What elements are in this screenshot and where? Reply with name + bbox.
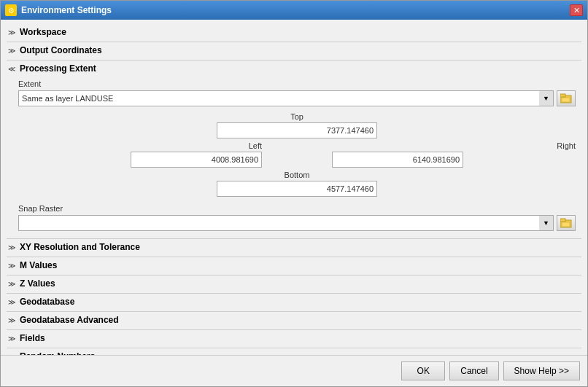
section-geodatabase[interactable]: ≫ Geodatabase bbox=[7, 293, 581, 310]
chevron-processing-icon: ≪ bbox=[8, 65, 17, 73]
scroll-area[interactable]: ≫ Workspace ≫ Output Coordinates ≪ Proce… bbox=[1, 20, 587, 355]
ok-button[interactable]: OK bbox=[401, 361, 445, 380]
snap-raster-input[interactable] bbox=[18, 215, 554, 231]
section-xy-resolution[interactable]: ≫ XY Resolution and Tolerance bbox=[7, 238, 581, 255]
section-geo-label: Geodatabase bbox=[20, 297, 74, 307]
section-z-values[interactable]: ≫ Z Values bbox=[7, 275, 581, 292]
environment-settings-window: ⚙ Environment Settings ✕ ≫ Workspace ≫ O… bbox=[0, 0, 588, 387]
left-input[interactable] bbox=[131, 152, 262, 168]
section-workspace[interactable]: ≫ Workspace bbox=[7, 24, 581, 40]
window-title: Environment Settings bbox=[21, 5, 112, 15]
snap-raster-combo-wrapper: ▼ bbox=[18, 215, 554, 231]
chevron-z-icon: ≫ bbox=[8, 280, 17, 288]
svg-rect-1 bbox=[560, 94, 565, 97]
top-label: Top bbox=[18, 112, 576, 121]
section-geodatabase-advanced[interactable]: ≫ Geodatabase Advanced bbox=[7, 311, 581, 328]
folder-icon bbox=[560, 93, 572, 103]
snap-raster-folder-button[interactable] bbox=[557, 215, 576, 231]
top-input-wrapper bbox=[18, 122, 576, 138]
svg-rect-5 bbox=[562, 222, 570, 227]
chevron-m-icon: ≫ bbox=[8, 262, 17, 270]
section-workspace-label: Workspace bbox=[20, 27, 66, 37]
extent-input[interactable] bbox=[18, 90, 554, 106]
show-help-button[interactable]: Show Help >> bbox=[503, 361, 580, 380]
section-fields-label: Fields bbox=[20, 333, 45, 343]
section-output-label: Output Coordinates bbox=[20, 45, 102, 55]
section-output-coordinates[interactable]: ≫ Output Coordinates bbox=[7, 42, 581, 58]
footer: OK Cancel Show Help >> bbox=[1, 355, 587, 386]
svg-rect-4 bbox=[560, 219, 565, 222]
extent-input-row: ▼ bbox=[18, 90, 576, 106]
chevron-workspace-icon: ≫ bbox=[8, 28, 17, 36]
extent-combo-wrapper: ▼ bbox=[18, 90, 554, 106]
section-z-label: Z Values bbox=[20, 278, 55, 289]
left-right-row: Left Right bbox=[18, 141, 576, 168]
snap-folder-icon bbox=[560, 218, 572, 228]
chevron-xy-icon: ≫ bbox=[8, 243, 17, 251]
content-area: ≫ Workspace ≫ Output Coordinates ≪ Proce… bbox=[1, 20, 587, 386]
section-xy-label: XY Resolution and Tolerance bbox=[20, 242, 140, 252]
bottom-input-wrapper bbox=[18, 181, 576, 197]
section-random-numbers[interactable]: ≫ Random Numbers bbox=[7, 348, 581, 355]
section-m-label: M Values bbox=[20, 260, 57, 270]
right-input[interactable] bbox=[332, 152, 463, 168]
section-processing-label: Processing Extent bbox=[20, 63, 96, 74]
left-label-wrapper: Left bbox=[18, 141, 268, 168]
extent-coordinate-grid: Top Left Right bbox=[18, 112, 576, 197]
bottom-input[interactable] bbox=[217, 181, 377, 197]
right-label: Right bbox=[332, 141, 576, 150]
right-label-wrapper: Right bbox=[326, 141, 576, 168]
left-label: Left bbox=[18, 141, 262, 150]
snap-raster-section: Snap Raster ▼ bbox=[18, 204, 576, 231]
snap-raster-input-row: ▼ bbox=[18, 215, 576, 231]
close-button[interactable]: ✕ bbox=[570, 4, 583, 16]
chevron-fields-icon: ≫ bbox=[8, 335, 17, 343]
snap-raster-label: Snap Raster bbox=[18, 204, 576, 213]
extent-label: Extent bbox=[18, 79, 576, 88]
chevron-geo-icon: ≫ bbox=[8, 298, 17, 306]
section-geo-adv-label: Geodatabase Advanced bbox=[20, 315, 119, 325]
title-bar: ⚙ Environment Settings ✕ bbox=[1, 1, 587, 20]
cancel-button[interactable]: Cancel bbox=[449, 361, 498, 380]
bottom-label: Bottom bbox=[18, 171, 576, 179]
title-bar-left: ⚙ Environment Settings bbox=[5, 4, 112, 16]
chevron-output-icon: ≫ bbox=[8, 47, 17, 55]
section-m-values[interactable]: ≫ M Values bbox=[7, 257, 581, 273]
section-fields[interactable]: ≫ Fields bbox=[7, 329, 581, 346]
svg-rect-2 bbox=[562, 98, 570, 102]
top-input[interactable] bbox=[217, 122, 377, 138]
extent-folder-button[interactable] bbox=[557, 90, 576, 106]
processing-extent-content: Extent ▼ bbox=[7, 77, 581, 237]
section-processing-extent[interactable]: ≪ Processing Extent bbox=[7, 60, 581, 77]
chevron-geo-adv-icon: ≫ bbox=[8, 316, 17, 324]
window-icon: ⚙ bbox=[5, 4, 17, 16]
